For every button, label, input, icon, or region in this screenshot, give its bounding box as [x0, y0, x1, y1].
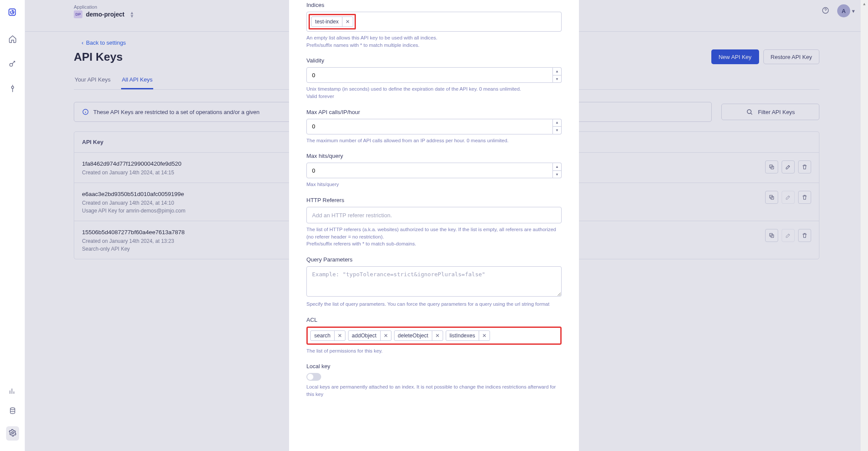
algolia-logo-icon[interactable]: [8, 8, 17, 17]
left-nav-rail: [0, 0, 25, 451]
tag-label: listIndexes: [446, 331, 479, 340]
acl-tag: deleteObject✕: [394, 330, 443, 341]
tag-label: search: [311, 331, 334, 340]
svg-point-2: [11, 86, 13, 88]
tag-label: deleteObject: [395, 331, 432, 340]
remove-tag-icon[interactable]: ✕: [380, 331, 391, 340]
settings-icon[interactable]: [6, 426, 19, 441]
validity-help-2: Valid forever: [306, 93, 562, 100]
acl-field[interactable]: search✕addObject✕deleteObject✕listIndexe…: [306, 327, 562, 345]
tag-label: addObject: [349, 331, 380, 340]
pin-icon[interactable]: [8, 84, 17, 94]
maxcalls-input[interactable]: [306, 119, 553, 134]
validity-help-1: Unix timestamp (in seconds) used to defi…: [306, 85, 562, 93]
svg-point-3: [10, 408, 15, 410]
localkey-help: Local keys are permanently attached to a…: [306, 383, 562, 398]
stepper-down-icon[interactable]: ▼: [553, 127, 561, 134]
scroll-up-icon[interactable]: ▲: [861, 0, 868, 7]
indices-tag: test-index ✕: [311, 16, 353, 27]
tag-label: test-index: [312, 17, 342, 26]
stepper-up-icon[interactable]: ▲: [553, 68, 561, 75]
localkey-label: Local key: [306, 363, 562, 369]
remove-tag-icon[interactable]: ✕: [342, 17, 353, 26]
localkey-toggle[interactable]: [306, 373, 321, 381]
acl-tag: addObject✕: [348, 330, 391, 341]
referers-help-2: Prefix/suffix referers with * to match s…: [306, 240, 562, 248]
indices-field[interactable]: test-index ✕: [306, 12, 562, 32]
referers-input[interactable]: [306, 207, 562, 223]
stepper-up-icon[interactable]: ▲: [553, 163, 561, 171]
home-icon[interactable]: [8, 35, 17, 45]
indices-label: Indices: [306, 2, 562, 8]
remove-tag-icon[interactable]: ✕: [432, 331, 443, 340]
indices-help-1: An empty list allows this API key to be …: [306, 34, 562, 42]
remove-tag-icon[interactable]: ✕: [479, 331, 490, 340]
validity-input[interactable]: [306, 67, 553, 83]
query-help: Specify the list of query parameters. Yo…: [306, 301, 562, 308]
stepper-up-icon[interactable]: ▲: [553, 119, 561, 127]
svg-point-1: [10, 63, 13, 66]
key-icon[interactable]: [8, 59, 17, 69]
acl-label: ACL: [306, 317, 562, 323]
remove-tag-icon[interactable]: ✕: [334, 331, 345, 340]
validity-field[interactable]: ▲▼: [306, 67, 562, 83]
database-icon[interactable]: [9, 407, 16, 416]
maxhits-help: Max hits/query: [306, 181, 562, 188]
analytics-icon[interactable]: [9, 387, 16, 396]
acl-help: The list of permissions for this key.: [306, 347, 562, 355]
svg-point-4: [11, 432, 13, 434]
api-key-form-modal: Indices test-index ✕ An empty list allow…: [289, 0, 579, 451]
maxcalls-field[interactable]: ▲▼: [306, 119, 562, 134]
referers-label: HTTP Referers: [306, 197, 562, 203]
maxhits-label: Max hits/query: [306, 153, 562, 159]
stepper-down-icon[interactable]: ▼: [553, 171, 561, 178]
acl-tag: search✕: [310, 330, 345, 341]
maxhits-input[interactable]: [306, 163, 553, 178]
maxcalls-label: Max API calls/IP/hour: [306, 109, 562, 115]
query-textarea[interactable]: [306, 266, 562, 297]
maxhits-field[interactable]: ▲▼: [306, 163, 562, 178]
acl-tag: listIndexes✕: [446, 330, 490, 341]
maxcalls-help: The maximum number of API calls allowed …: [306, 137, 562, 144]
indices-help-2: Prefix/suffix names with * to match mult…: [306, 42, 562, 49]
referers-help-1: The list of HTTP referers (a.k.a. websit…: [306, 226, 562, 240]
stepper-down-icon[interactable]: ▼: [553, 75, 561, 83]
scrollbar[interactable]: ▲: [861, 0, 868, 451]
query-label: Query Parameters: [306, 256, 562, 263]
validity-label: Validity: [306, 57, 562, 64]
